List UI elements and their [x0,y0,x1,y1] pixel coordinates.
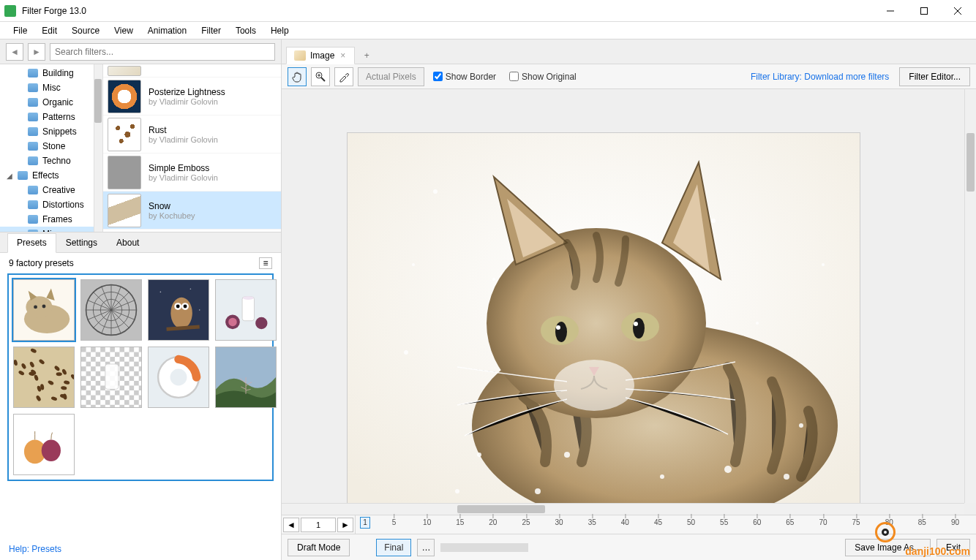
search-input[interactable] [50,43,275,61]
menu-help[interactable]: Help [263,23,296,38]
tab-presets[interactable]: Presets [7,233,56,253]
tree-item[interactable]: Misc [0,80,102,95]
eyedropper-tool-button[interactable] [334,67,353,86]
final-button[interactable]: Final [376,539,411,556]
filter-item[interactable]: Simple Embossby Vladimir Golovin [103,154,281,192]
tab-close-icon[interactable]: × [339,50,347,61]
tree-item[interactable]: Misc [0,227,102,232]
filter-item[interactable]: Rustby Vladimir Golovin [103,116,281,154]
tree-item[interactable]: ◢Effects [0,168,102,183]
preset-thumbnail[interactable] [215,279,277,341]
preset-thumbnail[interactable] [148,279,209,341]
filter-name: Snow [149,201,195,211]
document-tab[interactable]: Image × [286,47,355,64]
preset-thumbnail[interactable] [80,347,142,408]
tree-item[interactable]: Snippets [0,124,102,139]
hand-tool-button[interactable] [288,67,307,86]
svg-point-45 [228,318,236,326]
maximize-button[interactable] [907,0,941,22]
tab-settings[interactable]: Settings [56,233,107,252]
svg-point-33 [199,309,200,311]
svg-point-81 [42,439,61,461]
filter-library-link[interactable]: Filter Library: Download more filters [745,72,895,82]
tree-item[interactable]: Distortions [0,197,102,212]
help-link[interactable]: Help: Presets [9,544,61,554]
presets-grid [7,273,274,481]
close-button[interactable] [941,0,975,22]
filter-item[interactable]: Snowby Kochubey [103,192,281,230]
frame-next-button[interactable]: ► [337,518,353,532]
nav-forward-button[interactable]: ► [28,43,45,61]
actual-pixels-button[interactable]: Actual Pixels [358,67,424,86]
tab-about[interactable]: About [107,233,149,252]
tree-item[interactable]: Frames [0,212,102,227]
menu-file[interactable]: File [6,23,34,38]
folder-icon [28,142,38,151]
preset-thumbnail[interactable] [13,347,75,408]
minimize-button[interactable] [874,0,907,22]
svg-point-98 [404,350,408,355]
category-tree[interactable]: BuildingMiscOrganicPatternsSnippetsStone… [0,64,102,232]
image-icon [294,50,306,61]
preview-image [348,133,860,515]
exit-button[interactable]: Exit [936,539,970,556]
filter-list[interactable]: Posterize Lightnessby Vladimir GolovinRu… [102,64,281,232]
filter-thumbnail [108,80,141,113]
ruler-tick: 50 [687,518,695,526]
svg-point-6 [26,296,52,318]
show-border-checkbox[interactable]: Show Border [429,72,500,82]
canvas-hscrollbar[interactable] [282,503,964,515]
preset-thumbnail[interactable] [13,279,75,341]
canvas-area[interactable] [282,89,976,515]
menu-tools[interactable]: Tools [228,23,263,38]
svg-point-102 [564,452,570,458]
ruler-tick: 5 [392,518,397,526]
menu-view[interactable]: View [107,23,140,38]
frame-prev-button[interactable]: ◄ [283,518,299,532]
menu-filter[interactable]: Filter [194,23,228,38]
tree-scrollbar[interactable] [94,64,102,232]
filter-item[interactable]: Posterize Lightnessby Vladimir Golovin [103,77,281,116]
tree-item-label: Creative [42,185,75,195]
filter-thumbnail [108,156,141,189]
menu-animation[interactable]: Animation [140,23,194,38]
tree-item[interactable]: Creative [0,183,102,197]
tree-item[interactable]: Building [0,66,102,80]
tree-item-label: Frames [42,214,72,224]
filter-author: by Vladimir Golovin [149,135,218,144]
filter-item[interactable] [103,64,281,77]
tree-item-label: Snippets [42,126,77,137]
folder-icon [28,186,38,194]
show-original-checkbox[interactable]: Show Original [505,72,581,82]
timeline-marker[interactable]: 1 [360,517,370,529]
filter-thumbnail [108,118,141,151]
menu-edit[interactable]: Edit [34,23,64,38]
preset-thumbnail[interactable] [148,347,209,408]
canvas-vscrollbar[interactable] [964,89,976,503]
preset-thumbnail[interactable] [215,347,277,408]
filter-editor-button[interactable]: Filter Editor... [899,67,970,86]
draft-mode-button[interactable]: Draft Mode [288,539,350,556]
svg-point-100 [756,322,759,325]
zoom-tool-button[interactable] [311,67,330,86]
tree-item[interactable]: Patterns [0,110,102,124]
filter-name: Posterize Lightness [149,87,225,97]
nav-back-button[interactable]: ◄ [6,43,23,61]
tree-item[interactable]: Techno [0,154,102,168]
preset-thumbnail[interactable] [13,414,75,475]
svg-point-104 [477,453,481,457]
frame-input[interactable] [301,518,336,532]
svg-rect-74 [105,364,119,389]
tree-item-label: Effects [32,170,59,181]
svg-point-44 [255,317,267,329]
final-options-button[interactable]: … [417,539,435,556]
tree-item[interactable]: Stone [0,139,102,154]
presets-options-button[interactable]: ≡ [259,257,272,269]
menu-source[interactable]: Source [64,23,107,38]
new-tab-button[interactable]: + [358,48,375,64]
svg-point-38 [184,305,187,309]
svg-point-34 [170,298,192,329]
tree-item[interactable]: Organic [0,95,102,110]
timeline: ◄ ► 1 5101520253035404550556065707580859… [282,515,976,534]
preset-thumbnail[interactable] [80,279,142,341]
